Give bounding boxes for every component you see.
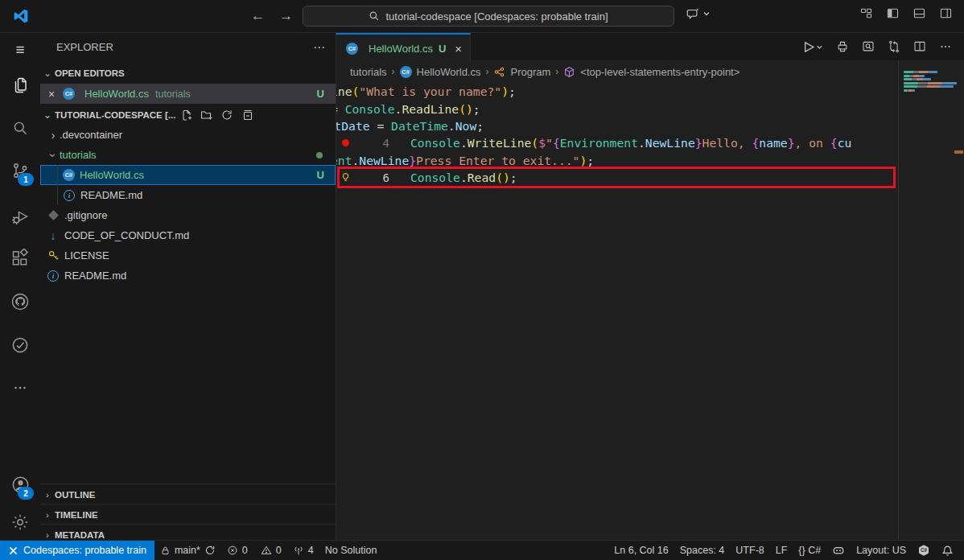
- gutter-space[interactable]: 5Console.Write($"{Environment.NewLine}Pr…: [336, 154, 355, 167]
- tree-folder-tutorials[interactable]: ›tutorials: [40, 145, 336, 165]
- settings-gear-icon[interactable]: [0, 505, 40, 539]
- close-tab-icon[interactable]: ×: [455, 42, 462, 56]
- code-line-2[interactable]: 2var name = Console.ReadLine();: [336, 100, 897, 117]
- eol-indicator[interactable]: LF: [770, 541, 793, 560]
- ports-indicator[interactable]: 4: [287, 541, 319, 560]
- language-mode-indicator[interactable]: {} C#: [793, 541, 826, 560]
- tree-item-label: README.md: [64, 270, 126, 282]
- source-control-icon[interactable]: 1: [0, 154, 40, 187]
- command-center-search[interactable]: tutorial-codespace [Codespaces: probable…: [303, 6, 674, 27]
- explorer-icon[interactable]: [0, 68, 40, 102]
- collapse-folders-icon[interactable]: [241, 109, 253, 121]
- toggle-primary-sidebar-icon[interactable]: [886, 6, 900, 20]
- code-line-5[interactable]: 5Console.Write($"{Environment.NewLine}Pr…: [336, 152, 897, 169]
- breadcrumb-folder[interactable]: tutorials: [350, 66, 387, 78]
- gutter-space[interactable]: 1Console.WriteLine("What is your name?")…: [336, 84, 355, 98]
- open-changes-icon[interactable]: [887, 39, 901, 54]
- symbol-class-icon: [493, 66, 505, 78]
- branch-indicator[interactable]: main*: [154, 541, 221, 560]
- accounts-icon[interactable]: 2: [0, 467, 40, 501]
- close-editor-icon[interactable]: ×: [48, 88, 63, 101]
- workspace-section-header[interactable]: ⌄ TUTORIAL-CODESPACE [...: [40, 105, 336, 125]
- chevron-down-icon: ⌄: [40, 68, 55, 79]
- tree-file-license[interactable]: LICENSE: [40, 245, 336, 266]
- code-token: DateTime: [391, 119, 448, 133]
- tree-file-code-of-conduct-md[interactable]: ↓CODE_OF_CONDUCT.md: [40, 225, 336, 245]
- menu-icon[interactable]: ≡: [0, 33, 40, 67]
- timeline-section[interactable]: ›TIMELINE: [40, 504, 336, 525]
- tab-helloworld[interactable]: C# HelloWorld.cs U ×: [336, 33, 471, 62]
- overview-ruler-marker: [954, 150, 963, 154]
- problems-indicator[interactable]: 0 0: [221, 541, 287, 560]
- sync-icon[interactable]: [204, 545, 216, 556]
- open-preview-icon[interactable]: [861, 39, 875, 54]
- indentation-indicator[interactable]: Spaces: 4: [674, 541, 731, 560]
- nav-back-button[interactable]: ←: [251, 8, 265, 24]
- nav-forward-button[interactable]: →: [279, 8, 293, 24]
- new-folder-icon[interactable]: [200, 109, 213, 121]
- tree-folder--devcontainer[interactable]: ›.devcontainer: [40, 125, 336, 145]
- new-file-icon[interactable]: [180, 109, 193, 121]
- toggle-panel-icon[interactable]: [913, 6, 926, 20]
- code-token: Console: [345, 102, 395, 116]
- run-debug-icon[interactable]: [0, 200, 40, 233]
- tree-file-readme-md[interactable]: iREADME.md: [40, 266, 336, 286]
- lightbulb-icon[interactable]: [336, 172, 355, 183]
- tree-file-readme-md[interactable]: iREADME.md: [40, 185, 336, 205]
- outline-section[interactable]: ›OUTLINE: [40, 484, 336, 504]
- code-line-6[interactable]: 6Console.Read();: [336, 169, 897, 186]
- code-line-4[interactable]: 4Console.WriteLine($"{Environment.NewLin…: [336, 134, 897, 151]
- code-line-3[interactable]: 3var currentDate = DateTime.Now;: [336, 117, 897, 134]
- minimap[interactable]: [898, 60, 964, 541]
- status-bar: Codespaces: probable train main* 0 0 4 N…: [0, 540, 964, 560]
- breadcrumb-file[interactable]: HelloWorld.cs: [417, 66, 481, 78]
- indent-guide: [57, 165, 58, 205]
- refresh-icon[interactable]: [220, 109, 233, 121]
- code-area[interactable]: 1Console.WriteLine("What is your name?")…: [336, 83, 897, 541]
- modified-dot-badge: [316, 152, 323, 159]
- open-editor-item[interactable]: × C# HelloWorld.cs tutorials U: [40, 84, 336, 104]
- gutter-space[interactable]: 3var currentDate = DateTime.Now;: [336, 119, 355, 133]
- breadcrumb-symbol[interactable]: Program: [510, 66, 550, 78]
- explorer-more-actions-icon[interactable]: ⋯: [313, 40, 326, 55]
- tree-file-helloworld-cs[interactable]: C#HelloWorld.csU: [40, 165, 336, 185]
- toggle-secondary-sidebar-icon[interactable]: [939, 6, 953, 20]
- code-token: Hello,: [702, 136, 752, 150]
- open-editor-filename: HelloWorld.cs: [84, 88, 149, 100]
- customize-layout-icon[interactable]: [859, 6, 873, 20]
- split-editor-icon[interactable]: [913, 39, 927, 54]
- tree-file--gitignore[interactable]: .gitignore: [40, 205, 336, 225]
- print-icon[interactable]: [835, 39, 850, 54]
- copilot-status-icon[interactable]: [826, 541, 851, 560]
- github-icon[interactable]: [0, 285, 40, 319]
- breakpoint-icon[interactable]: [336, 139, 355, 146]
- breadcrumb-entry-point[interactable]: <top-level-statements-entry-point>: [580, 66, 739, 78]
- scm-badge: 1: [18, 173, 34, 186]
- search-view-icon[interactable]: [0, 111, 40, 145]
- open-editors-header[interactable]: ⌄ OPEN EDITORS: [40, 63, 336, 83]
- code-line-1[interactable]: 1Console.WriteLine("What is your name?")…: [336, 83, 897, 100]
- code-token: .: [638, 136, 645, 150]
- encoding-indicator[interactable]: UTF-8: [730, 541, 769, 560]
- code-token: Console: [410, 171, 460, 184]
- code-token: =: [377, 119, 391, 133]
- chevron-right-icon: ›: [47, 129, 60, 142]
- gutter-space[interactable]: 2var name = Console.ReadLine();: [336, 102, 355, 116]
- code-token: Environment: [336, 154, 352, 167]
- keyboard-layout-indicator[interactable]: Layout: US: [851, 541, 912, 560]
- search-icon: [369, 10, 380, 22]
- copilot-menu-button[interactable]: [686, 6, 711, 21]
- cursor-position[interactable]: Ln 6, Col 16: [608, 541, 674, 560]
- check-view-icon[interactable]: [0, 328, 40, 362]
- notifications-bell-icon[interactable]: [936, 541, 959, 560]
- run-button[interactable]: [801, 40, 824, 54]
- more-actions-icon[interactable]: [938, 39, 953, 54]
- code-token: (): [459, 102, 473, 116]
- code-token: }: [409, 154, 416, 167]
- more-views-icon[interactable]: [0, 371, 40, 405]
- remote-indicator[interactable]: Codespaces: probable train: [0, 541, 154, 560]
- extensions-icon[interactable]: [0, 241, 40, 275]
- solution-indicator[interactable]: No Solution: [319, 541, 383, 560]
- csharp-devkit-icon[interactable]: C#: [912, 541, 936, 560]
- code-token: ;: [587, 154, 594, 167]
